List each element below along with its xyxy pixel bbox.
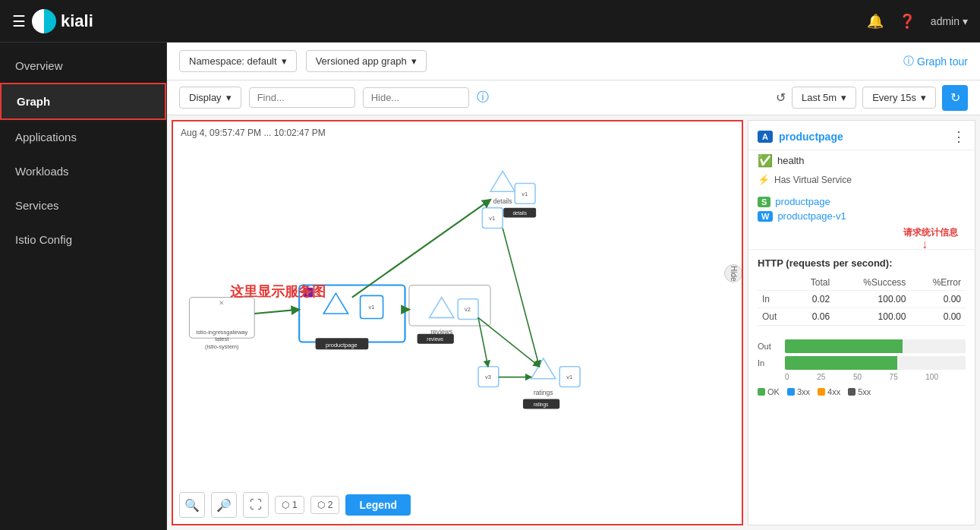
refresh-button[interactable]: ↻ bbox=[942, 85, 968, 111]
kiali-brand-text: kiali bbox=[61, 11, 93, 31]
svg-marker-20 bbox=[490, 171, 515, 191]
nodes-label: 1 bbox=[292, 500, 298, 510]
http-error-in: 0.00 bbox=[910, 291, 966, 308]
axis-25: 25 bbox=[817, 373, 825, 381]
legend-4xx-label: 4xx bbox=[827, 387, 840, 396]
history-icon: ↺ bbox=[776, 90, 786, 105]
chart-row-out: Out bbox=[758, 339, 966, 353]
display-label: Display bbox=[189, 92, 222, 103]
svg-text:v2: v2 bbox=[465, 306, 471, 313]
http-section: HTTP (requests per second): Total %Succe… bbox=[748, 249, 975, 333]
edges-label: 2 bbox=[328, 500, 333, 510]
legend-5xx: 5xx bbox=[848, 387, 871, 396]
edges-icon: ⬡ bbox=[317, 500, 325, 510]
toolbar-row2: Display ▾ ⓘ ↺ Last 5m ▾ Every 15s ▾ ↻ bbox=[167, 80, 980, 115]
sidebar-item-workloads[interactable]: Workloads bbox=[0, 154, 166, 188]
find-input[interactable] bbox=[249, 87, 355, 108]
service-link-productpage[interactable]: productpage bbox=[775, 196, 830, 207]
svg-text:v1: v1 bbox=[522, 191, 528, 197]
legend-3xx-label: 3xx bbox=[797, 387, 810, 396]
svg-text:v1: v1 bbox=[566, 374, 572, 380]
sidebar-item-overview[interactable]: Overview bbox=[0, 49, 166, 83]
axis-100: 100 bbox=[925, 373, 938, 381]
app-badge: A bbox=[758, 131, 773, 143]
svg-text:details: details bbox=[493, 197, 512, 205]
panel-title[interactable]: productpage bbox=[779, 131, 843, 143]
graph-panel-layout: Aug 4, 09:57:47 PM ... 10:02:47 PM Hide … bbox=[167, 115, 980, 530]
legend-ok: OK bbox=[758, 387, 780, 396]
namespace-chevron-icon: ▾ bbox=[282, 55, 287, 67]
sidebar-item-applications[interactable]: Applications bbox=[0, 120, 166, 154]
svg-text:productpage: productpage bbox=[326, 342, 358, 349]
right-panel: A productpage ⋮ ✅ health ⚡ Has Virtual S… bbox=[748, 120, 975, 525]
last-time-label: Last 5m bbox=[802, 92, 837, 103]
chart-row-in: In bbox=[758, 356, 966, 370]
svg-text:ratings: ratings bbox=[534, 389, 553, 396]
fit-view-button[interactable]: ⛶ bbox=[243, 492, 269, 518]
graph-badge-edges: ⬡ 2 bbox=[310, 496, 340, 514]
annotation-label: 请求统计信息 bbox=[903, 226, 958, 239]
namespace-label: Namespace: default bbox=[189, 55, 277, 67]
graph-timestamp: Aug 4, 09:57:47 PM ... 10:02:47 PM bbox=[173, 121, 742, 144]
hide-input[interactable] bbox=[363, 87, 469, 108]
health-ok-icon: ✅ bbox=[758, 153, 773, 168]
interval-dropdown[interactable]: Every 15s ▾ bbox=[862, 87, 936, 109]
bell-icon[interactable]: 🔔 bbox=[867, 13, 884, 30]
svg-text:istio-ingressgateway: istio-ingressgateway bbox=[196, 329, 247, 336]
svg-text:latest: latest bbox=[215, 336, 229, 342]
http-error-out: 0.00 bbox=[910, 308, 966, 326]
sidebar-item-istio-config[interactable]: Istio Config bbox=[0, 222, 166, 257]
display-chevron-icon: ▾ bbox=[226, 92, 232, 103]
legend-button[interactable]: Legend bbox=[345, 494, 411, 516]
user-chevron-icon: ▾ bbox=[963, 15, 968, 27]
zoom-in-button[interactable]: 🔍 bbox=[179, 492, 205, 518]
http-dir-out: Out bbox=[758, 308, 793, 326]
svg-text:✕: ✕ bbox=[219, 299, 225, 307]
svg-text:details: details bbox=[512, 210, 527, 216]
panel-header: A productpage ⋮ bbox=[748, 121, 975, 150]
svg-line-40 bbox=[478, 317, 539, 366]
hide-panel-arrow[interactable]: Hide bbox=[724, 264, 742, 282]
chart-section: Out In 0 25 50 bbox=[748, 333, 975, 405]
sidebar-item-graph[interactable]: Graph bbox=[0, 83, 166, 120]
panel-menu-icon[interactable]: ⋮ bbox=[952, 128, 966, 145]
refresh-icon: ↻ bbox=[950, 90, 960, 105]
info-icon: ⓘ bbox=[477, 90, 489, 106]
help-icon[interactable]: ❓ bbox=[899, 13, 915, 30]
workload-link-productpage-v1[interactable]: productpage-v1 bbox=[777, 210, 846, 222]
namespace-dropdown[interactable]: Namespace: default ▾ bbox=[179, 50, 297, 72]
question-circle-icon: ⓘ bbox=[903, 55, 914, 68]
svg-text:(istio-system): (istio-system) bbox=[205, 343, 239, 350]
svg-marker-28 bbox=[531, 358, 556, 379]
legend-5xx-dot bbox=[848, 388, 856, 396]
zoom-out-icon: 🔎 bbox=[216, 498, 232, 513]
panel-health: ✅ health bbox=[748, 150, 975, 171]
axis-50: 50 bbox=[853, 373, 862, 381]
http-table: Total %Success %Error In 0.02 100.00 0.0… bbox=[758, 275, 966, 326]
http-success-in: 100.00 bbox=[834, 291, 910, 308]
http-dir-in: In bbox=[758, 291, 793, 308]
chart-in-label: In bbox=[758, 358, 780, 368]
zoom-out-button[interactable]: 🔎 bbox=[211, 492, 237, 518]
navbar: ☰ kiali 🔔 ❓ admin ▾ bbox=[0, 0, 980, 43]
kiali-logo: kiali bbox=[32, 9, 93, 33]
user-menu[interactable]: admin ▾ bbox=[931, 15, 968, 27]
graph-type-dropdown[interactable]: Versioned app graph ▾ bbox=[306, 50, 427, 72]
http-total-out: 0.06 bbox=[793, 308, 834, 326]
hamburger-menu[interactable]: ☰ bbox=[12, 12, 26, 30]
workload-badge: W bbox=[758, 211, 773, 222]
sidebar-item-services[interactable]: Services bbox=[0, 188, 166, 222]
legend-3xx-dot bbox=[787, 388, 795, 396]
graph-container[interactable]: Aug 4, 09:57:47 PM ... 10:02:47 PM Hide … bbox=[172, 120, 743, 525]
graph-tour-link[interactable]: ⓘ Graph tour bbox=[903, 55, 968, 68]
display-dropdown[interactable]: Display ▾ bbox=[179, 87, 241, 109]
http-col-dir bbox=[758, 275, 793, 291]
interval-chevron-icon: ▾ bbox=[921, 92, 926, 103]
interval-label: Every 15s bbox=[872, 92, 916, 103]
virtual-service-label: Has Virtual Service bbox=[774, 175, 852, 185]
username-label: admin bbox=[931, 15, 960, 27]
graph-type-label: Versioned app graph bbox=[316, 55, 407, 67]
legend-3xx: 3xx bbox=[787, 387, 810, 396]
last-time-dropdown[interactable]: Last 5m ▾ bbox=[792, 87, 856, 109]
sidebar: Overview Graph Applications Workloads Se… bbox=[0, 43, 167, 530]
